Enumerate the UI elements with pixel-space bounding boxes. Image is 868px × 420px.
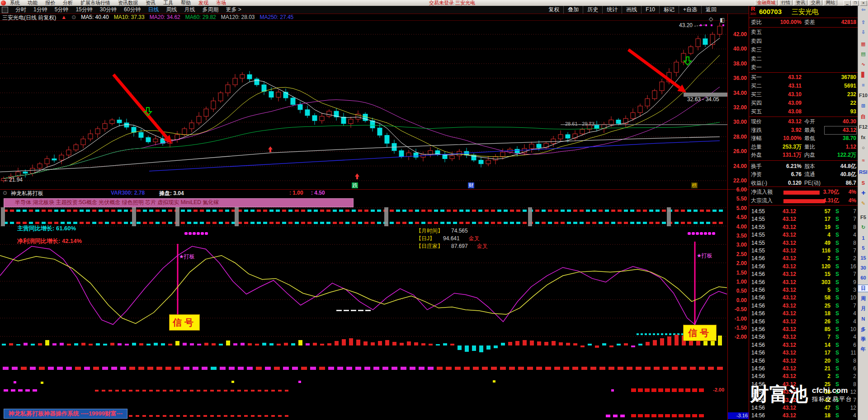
restore-button[interactable]: ❐ xyxy=(852,0,859,6)
back-arrow-icon[interactable]: ⇦ xyxy=(858,7,868,13)
tool-button-1[interactable]: 叠加 xyxy=(563,6,583,14)
tick-row-13: 14:5643.1218S4 xyxy=(749,310,858,317)
menu-item-8[interactable]: 帮助 xyxy=(181,0,191,6)
period-day[interactable]: 日 xyxy=(858,285,868,292)
formula-icon[interactable]: fx xyxy=(858,135,868,140)
period-30min[interactable]: 30 xyxy=(858,265,868,271)
split-view-icon[interactable]: ◧ xyxy=(720,17,725,23)
period-tab-3[interactable]: 15分钟 xyxy=(72,6,96,14)
sell-level-2[interactable]: 卖二 xyxy=(749,55,858,63)
event-marker-2[interactable]: 榜 xyxy=(691,182,698,188)
indicator-status-bar[interactable]: 神龙私募打板神器操作系统 ----19999财富--- xyxy=(4,409,127,419)
up-arrow-icon[interactable]: ⇧ xyxy=(858,19,868,25)
sell-level-3[interactable]: 卖三 xyxy=(749,46,858,54)
tool-button-5[interactable]: F10 xyxy=(641,6,659,14)
menu-item-9[interactable]: 发现 xyxy=(198,0,208,6)
s-indicator-button[interactable]: S xyxy=(858,180,868,186)
menu-item-1[interactable]: 功能 xyxy=(28,0,38,6)
tool-button-6[interactable]: 标记 xyxy=(659,6,679,14)
diamond-icon[interactable]: ◇ xyxy=(709,16,713,22)
period-tab-2[interactable]: 5分钟 xyxy=(51,6,72,14)
period-60min[interactable]: 60 xyxy=(858,275,868,280)
minimize-button[interactable]: ▁ xyxy=(844,0,851,6)
menu-item-4[interactable]: 扩展市场行情 xyxy=(80,0,110,6)
period-tab-9[interactable]: 多周期 xyxy=(198,6,222,14)
buy-level-4[interactable]: 买四43.0922 xyxy=(749,99,858,107)
kline-icon[interactable]: ▊ xyxy=(858,72,868,78)
period-n[interactable]: N xyxy=(858,316,868,322)
period-tab-0[interactable]: 分时 xyxy=(12,6,30,14)
collapse-indicator-icon[interactable]: ⊙ xyxy=(3,190,7,196)
indicator-name[interactable]: 神龙私募打板 xyxy=(11,190,43,197)
tool-button-4[interactable]: 画线 xyxy=(622,6,641,14)
f10-button[interactable]: F10 xyxy=(858,93,868,98)
refresh-icon[interactable]: ↻ xyxy=(858,224,868,230)
stock-name[interactable]: 三安光电 xyxy=(792,8,819,16)
titlebar-button-0[interactable]: 金融商城 xyxy=(755,0,778,5)
titlebar-button-4[interactable]: 网站 xyxy=(824,0,837,5)
titlebar-button-1[interactable]: 行情 xyxy=(779,0,793,5)
sell-level-5[interactable]: 卖五 xyxy=(749,28,858,36)
period-tab-7[interactable]: 周线 xyxy=(162,6,180,14)
concept-banner[interactable]: 半导体 湖北板块 主题投资:5G概念 光伏概念 绿色照明 芯片 虚拟现实 Min… xyxy=(4,198,354,207)
period-1min[interactable]: 1 xyxy=(858,235,868,241)
tool-button-8[interactable]: 返回 xyxy=(701,6,721,14)
period-tab-10[interactable]: 更多 > xyxy=(222,6,245,14)
period-year[interactable]: 年 xyxy=(858,346,868,353)
buy-level-1[interactable]: 买一43.1236780 xyxy=(749,74,858,81)
period-multi[interactable]: 多 xyxy=(858,326,868,333)
period-month[interactable]: 月 xyxy=(858,305,868,312)
f12-button[interactable]: F12 xyxy=(858,124,868,130)
quote-table-icon[interactable]: ▤ xyxy=(858,51,868,57)
kline-chart[interactable] xyxy=(0,14,727,189)
tool-button-2[interactable]: 历史 xyxy=(583,6,602,14)
menu-item-10[interactable]: 市场 xyxy=(216,0,226,6)
indicator-svg[interactable] xyxy=(0,189,727,420)
period-tab-4[interactable]: 30分钟 xyxy=(96,6,120,14)
pencil-icon[interactable]: ✎ xyxy=(858,201,868,206)
rsi-button[interactable]: RSI xyxy=(858,169,868,175)
buy-level-5[interactable]: 买五43.0893 xyxy=(749,108,858,116)
menu-item-0[interactable]: 系统 xyxy=(10,0,20,6)
trading-terminal: 系统功能报价分析扩展市场行情资讯数据资讯工具帮助发现市场 交易未登录 三安光电 … xyxy=(0,0,868,420)
indicator-tick-10: 1.00 xyxy=(729,279,747,285)
period-quarter[interactable]: 季 xyxy=(858,336,868,343)
menu-item-6[interactable]: 资讯 xyxy=(146,0,156,6)
wave-icon[interactable]: ≈ xyxy=(858,158,868,163)
stock-code[interactable]: 600703 xyxy=(759,8,782,15)
close-button[interactable]: ✕ xyxy=(860,0,867,6)
circle-tool-icon[interactable]: ○ xyxy=(858,145,868,150)
period-15min[interactable]: 15 xyxy=(858,255,868,261)
event-marker-0[interactable]: 跌 xyxy=(352,182,358,188)
move-icon[interactable]: ✚ xyxy=(858,190,868,196)
tool-button-3[interactable]: 统计 xyxy=(602,6,622,14)
menu-item-2[interactable]: 报价 xyxy=(45,0,55,6)
tool-button-7[interactable]: +自选 xyxy=(679,6,701,14)
trend-line-icon[interactable]: ∿ xyxy=(858,61,868,67)
event-marker-1[interactable]: 财 xyxy=(468,182,474,188)
buy-level-3[interactable]: 买三43.10232 xyxy=(749,91,858,98)
titlebar-button-2[interactable]: 资讯 xyxy=(794,0,807,5)
f5-button[interactable]: F5 xyxy=(858,215,868,220)
layout-icon[interactable] xyxy=(2,7,8,13)
menu-item-5[interactable]: 资讯数据 xyxy=(118,0,138,6)
tree-icon[interactable]: ⊞ xyxy=(858,103,868,109)
period-tab-1[interactable]: 1分钟 xyxy=(30,6,51,14)
sell-level-4[interactable]: 卖四 xyxy=(749,37,858,45)
news-icon[interactable]: ≡ xyxy=(858,82,868,88)
titlebar-button-3[interactable]: 交易 xyxy=(809,0,822,5)
period-tab-6[interactable]: 日线 xyxy=(144,6,162,14)
period-tab-8[interactable]: 月线 xyxy=(180,6,198,14)
buy-level-2[interactable]: 买二43.115691 xyxy=(749,82,858,90)
report-grid-icon[interactable]: ▦ xyxy=(858,41,868,47)
collapse-chart-icon[interactable]: ⊙ xyxy=(71,14,76,22)
period-week[interactable]: 周 xyxy=(858,295,868,302)
menu-item-7[interactable]: 工具 xyxy=(163,0,173,6)
menu-item-3[interactable]: 分析 xyxy=(63,0,73,6)
zixuan-button[interactable]: 自 xyxy=(858,113,868,120)
period-5min[interactable]: 5 xyxy=(858,245,868,251)
sell-level-1[interactable]: 卖一 xyxy=(749,64,858,71)
period-tab-5[interactable]: 60分钟 xyxy=(120,6,144,14)
tool-button-0[interactable]: 复权 xyxy=(544,6,563,14)
down-arrow-icon[interactable]: ⇩ xyxy=(858,29,868,35)
